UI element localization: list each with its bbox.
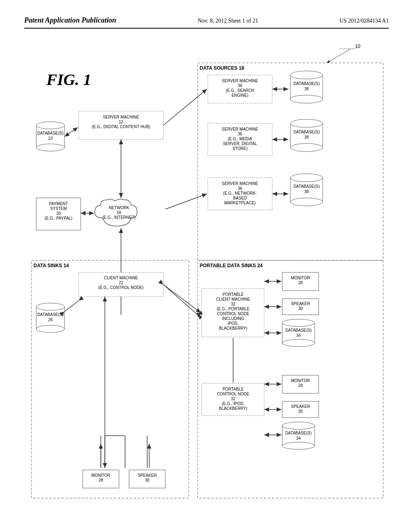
svg-text:(E.G., MEDIA: (E.G., MEDIA: [228, 137, 252, 141]
svg-text:SPEAKER: SPEAKER: [291, 301, 310, 306]
svg-text:38: 38: [304, 189, 309, 194]
svg-text:36: 36: [238, 83, 242, 88]
svg-text:PAYMENT: PAYMENT: [49, 202, 68, 206]
svg-point-74: [36, 325, 65, 332]
date-sheet: Nov. 8, 2012 Sheet 1 of 21: [198, 16, 258, 24]
svg-text:(E.G., INTERNET): (E.G., INTERNET): [102, 215, 136, 220]
data-sources-label: DATA SOURCES 18: [200, 65, 244, 71]
svg-text:26: 26: [48, 318, 53, 322]
svg-text:(E.G., DIGITAL CONTENT HUB): (E.G., DIGITAL CONTENT HUB): [92, 125, 150, 129]
svg-point-73: [36, 303, 65, 310]
svg-text:DATABASE(S): DATABASE(S): [293, 81, 319, 86]
ref-10-label: 10: [355, 44, 361, 49]
svg-text:12: 12: [119, 120, 123, 124]
svg-text:30: 30: [298, 306, 303, 311]
svg-text:30: 30: [298, 409, 303, 414]
svg-text:SYSTEM: SYSTEM: [50, 206, 67, 211]
svg-text:(E.G., NETWORK-: (E.G., NETWORK-: [223, 191, 257, 195]
svg-text:32: 32: [231, 302, 236, 306]
svg-text:16: 16: [117, 210, 121, 215]
svg-text:(E.G., SEARCH: (E.G., SEARCH: [226, 88, 254, 93]
svg-text:(E.G., CONTROL NODE): (E.G., CONTROL NODE): [98, 285, 144, 290]
svg-text:DATABASE(S): DATABASE(S): [285, 431, 311, 435]
svg-text:(E.G., PORTABLE: (E.G., PORTABLE: [217, 307, 250, 311]
svg-text:20: 20: [56, 211, 61, 216]
svg-point-49: [36, 122, 65, 129]
svg-text:36: 36: [238, 132, 242, 136]
svg-text:SERVER, DIGITAL: SERVER, DIGITAL: [223, 141, 257, 146]
svg-text:MARKETPLACE): MARKETPLACE): [224, 201, 256, 205]
svg-text:NETWORK: NETWORK: [108, 206, 129, 210]
svg-text:34: 34: [296, 436, 301, 441]
svg-text:30: 30: [145, 478, 150, 482]
svg-text:23: 23: [48, 136, 53, 141]
svg-line-77: [65, 301, 79, 312]
svg-text:(E.G., PAYPAL): (E.G., PAYPAL): [45, 216, 73, 220]
svg-text:CLIENT MACHINE: CLIENT MACHINE: [104, 276, 138, 280]
diagram-svg: 10 FIG. 1: [24, 41, 389, 508]
svg-point-39: [290, 174, 323, 182]
diagram-area: 10 FIG. 1: [24, 41, 389, 508]
svg-text:BLACKBERRY): BLACKBERRY): [219, 406, 247, 411]
svg-text:PORTABLE: PORTABLE: [223, 387, 244, 391]
svg-text:22: 22: [119, 281, 123, 285]
svg-text:(E.G., IPOD,: (E.G., IPOD,: [222, 401, 244, 406]
svg-line-118: [198, 313, 202, 315]
svg-line-65: [165, 194, 207, 209]
svg-text:IPOD,: IPOD,: [227, 321, 238, 326]
svg-text:MONITOR: MONITOR: [291, 276, 310, 280]
svg-line-0: [327, 49, 351, 63]
svg-line-78: [163, 285, 198, 315]
patent-number: US 2012/0284134 A1: [340, 16, 389, 24]
svg-text:34: 34: [296, 333, 301, 338]
svg-text:BASED: BASED: [233, 196, 247, 200]
svg-text:SPEAKER: SPEAKER: [138, 473, 156, 478]
svg-text:BLACKBERRY): BLACKBERRY): [219, 326, 247, 330]
svg-text:DATABASE(S): DATABASE(S): [37, 131, 63, 135]
page: Patent Application Publication Nov. 8, 2…: [0, 0, 413, 532]
svg-line-139: [163, 285, 201, 313]
svg-text:DATABASE(S): DATABASE(S): [293, 184, 319, 189]
svg-text:CLIENT MACHINE: CLIENT MACHINE: [216, 297, 250, 301]
svg-text:28: 28: [298, 383, 303, 388]
svg-text:MONITOR: MONITOR: [291, 378, 310, 383]
svg-point-15: [290, 71, 323, 79]
publication-type: Patent Application Publication: [24, 16, 116, 25]
svg-point-27: [290, 119, 323, 127]
svg-point-50: [36, 144, 65, 151]
svg-text:DATABASE(S): DATABASE(S): [37, 312, 63, 317]
svg-text:CONTROL NODE: CONTROL NODE: [217, 312, 250, 316]
svg-text:DATABASE(S): DATABASE(S): [293, 130, 319, 134]
svg-text:DATABASE(S): DATABASE(S): [285, 328, 311, 332]
svg-text:32: 32: [231, 397, 236, 401]
svg-point-111: [282, 319, 315, 326]
svg-point-132: [282, 422, 315, 429]
data-sinks-label: DATA SINKS 14: [33, 263, 69, 268]
svg-text:SERVER MACHINE: SERVER MACHINE: [222, 181, 258, 186]
svg-point-112: [282, 339, 315, 347]
svg-text:SERVER MACHINE: SERVER MACHINE: [103, 115, 139, 119]
svg-point-40: [290, 198, 323, 206]
svg-text:28: 28: [98, 478, 103, 482]
svg-text:28: 28: [298, 281, 303, 285]
svg-text:MONITOR: MONITOR: [91, 473, 110, 478]
header: Patent Application Publication Nov. 8, 2…: [24, 16, 389, 29]
svg-text:SERVER MACHINE: SERVER MACHINE: [222, 127, 258, 131]
svg-point-133: [282, 442, 315, 449]
svg-text:38: 38: [304, 135, 309, 139]
svg-line-53: [65, 127, 78, 137]
portable-data-sinks-label: PORTABLE DATA SINKS 24: [200, 263, 263, 268]
svg-text:PORTABLE: PORTABLE: [223, 292, 244, 297]
svg-text:SERVER MACHINE: SERVER MACHINE: [222, 79, 258, 83]
svg-text:STORE): STORE): [232, 146, 248, 151]
svg-point-28: [290, 143, 323, 152]
svg-text:38: 38: [304, 87, 309, 91]
svg-line-54: [163, 89, 207, 125]
svg-text:36: 36: [238, 186, 242, 191]
fig-label: FIG. 1: [46, 71, 91, 89]
svg-text:CONTROL NODE: CONTROL NODE: [217, 392, 250, 396]
svg-text:INCLUDING: INCLUDING: [222, 316, 244, 321]
svg-text:SPEAKER: SPEAKER: [291, 404, 310, 409]
svg-point-16: [290, 95, 323, 103]
svg-text:ENGINE): ENGINE): [232, 93, 248, 98]
